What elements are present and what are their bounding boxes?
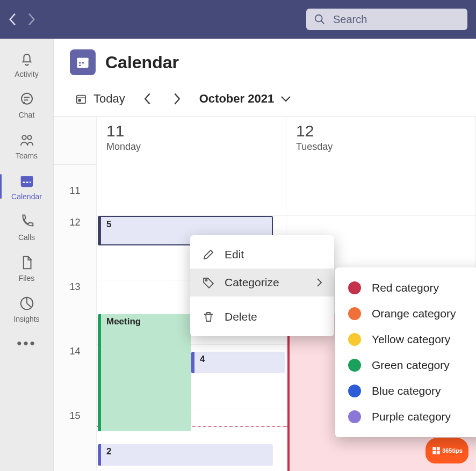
svg-rect-8 [20,176,33,179]
category-option-red[interactable]: Red category [335,275,476,301]
hour-label: 11 [54,165,96,216]
sidebar-item-label: Calls [18,233,35,242]
svg-point-6 [27,135,32,140]
calendar-icon [19,173,35,189]
watermark-text: 365tips [442,447,463,454]
sidebar-item-files[interactable]: Files [0,249,54,287]
svg-rect-16 [82,62,84,63]
calendar-event[interactable]: Meeting [98,314,191,431]
sidebar-more[interactable]: ••• [17,335,36,352]
menu-item-delete[interactable]: Delete [190,303,334,331]
categorize-submenu: Red category Orange category Yellow cate… [335,267,476,437]
category-color-swatch [348,333,361,346]
day-header[interactable]: 11 Monday [97,117,286,158]
sidebar-item-label: Files [19,274,35,282]
category-option-purple[interactable]: Purple category [335,404,476,430]
calendar-toolbar: Today October 2021 [54,84,476,117]
category-option-yellow[interactable]: Yellow category [335,327,476,352]
hour-label: 12 [54,216,96,280]
category-color-swatch [348,410,361,423]
context-menu: Edit Categorize Delete [190,235,334,336]
back-icon[interactable] [9,12,17,26]
page-header: Calendar [54,39,476,84]
today-button[interactable]: Today [75,92,125,106]
sidebar-item-teams[interactable]: Teams [0,127,54,164]
menu-item-label: Edit [225,248,244,261]
sidebar-item-calendar[interactable]: Calendar [0,168,54,205]
calendar-event[interactable]: 4 [191,352,285,373]
history-nav [9,12,35,26]
svg-rect-9 [23,182,25,183]
forward-icon[interactable] [27,12,35,26]
search-input[interactable] [332,13,460,26]
today-label: Today [93,92,125,106]
teams-icon [19,132,35,148]
chevron-right-icon [316,277,322,288]
category-label: Orange category [372,307,456,320]
svg-point-5 [22,135,26,140]
svg-rect-15 [79,62,81,63]
category-label: Red category [372,281,439,294]
menu-separator [190,299,334,301]
prev-period-button[interactable] [141,89,154,108]
svg-rect-22 [432,447,436,450]
sidebar-item-calls[interactable]: Calls [0,208,54,246]
svg-point-21 [206,280,207,281]
category-color-swatch [348,281,361,294]
menu-item-label: Categorize [225,276,279,289]
watermark-badge: 365tips [425,438,468,463]
svg-rect-20 [78,99,81,102]
day-name: Monday [106,141,276,153]
menu-item-edit[interactable]: Edit [190,241,334,269]
sidebar-item-insights[interactable]: Insights [0,290,54,328]
category-option-green[interactable]: Green category [335,352,476,378]
event-title: 2 [106,446,111,456]
time-gutter: 11 12 13 14 15 [54,165,97,471]
category-option-blue[interactable]: Blue category [335,378,476,404]
svg-rect-17 [79,65,81,66]
search-icon [314,13,326,25]
event-title: 5 [106,219,111,229]
category-option-orange[interactable]: Orange category [335,301,476,327]
svg-rect-25 [437,451,440,454]
search-box[interactable] [306,9,467,30]
category-color-swatch [348,359,361,372]
date-picker[interactable]: October 2021 [199,92,291,106]
edit-icon [202,248,215,261]
sidebar-item-activity[interactable]: Activity [0,45,54,83]
event-title: 4 [200,354,205,364]
hour-label: 15 [54,409,96,471]
sidebar-item-label: Teams [16,151,38,160]
svg-point-0 [315,15,322,22]
chevron-down-icon [280,95,291,103]
sidebar-item-chat[interactable]: Chat [0,86,54,124]
insights-icon [19,295,35,311]
svg-rect-14 [77,58,89,61]
calendar-event[interactable]: 2 [98,444,273,466]
day-number: 11 [106,122,276,140]
app-sidebar: Activity Chat Teams Calendar Calls [0,39,54,471]
svg-rect-11 [30,182,31,183]
menu-item-categorize[interactable]: Categorize [190,269,334,296]
sidebar-item-label: Chat [19,111,35,119]
tag-icon [202,276,215,289]
current-month-label: October 2021 [199,92,274,106]
page-title: Calendar [105,53,179,73]
day-name: Tuesday [296,141,466,153]
calendar-app-icon [70,49,96,75]
chat-icon [19,91,35,107]
category-label: Blue category [372,385,441,397]
next-period-button[interactable] [170,89,183,108]
day-number: 12 [296,122,466,140]
svg-rect-18 [77,96,86,104]
svg-rect-23 [437,447,440,450]
category-label: Yellow category [372,333,450,346]
hour-label: 14 [54,345,96,409]
svg-point-2 [21,93,32,104]
category-color-swatch [348,307,361,320]
svg-rect-10 [26,182,28,183]
category-label: Purple category [372,410,451,423]
day-header[interactable]: 12 Tuesday [286,117,475,158]
sidebar-item-label: Insights [13,315,39,323]
svg-line-1 [321,21,324,24]
